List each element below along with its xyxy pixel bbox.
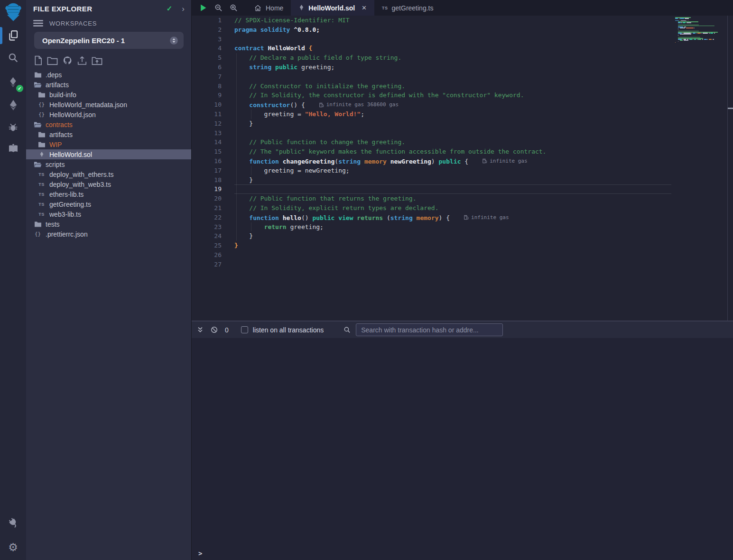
line-number[interactable]: 16	[192, 156, 234, 166]
line-number[interactable]: 25	[192, 241, 234, 250]
line-number[interactable]: 6	[192, 63, 234, 72]
code-line-1[interactable]: 1// SPDX-License-Identifier: MIT	[192, 16, 671, 25]
chevron-right-icon[interactable]: ›	[182, 5, 185, 13]
code-line-13[interactable]: 13	[192, 129, 671, 138]
line-number[interactable]: 7	[192, 72, 234, 82]
tree-item-contracts[interactable]: contracts	[26, 119, 191, 129]
line-number[interactable]: 3	[192, 35, 234, 44]
tree-item-wip[interactable]: WIP	[26, 139, 191, 149]
tab-home[interactable]: Home	[246, 0, 291, 16]
minimap[interactable]	[673, 16, 728, 321]
tree-item--prettierrc-json[interactable]: {}.prettierrc.json	[26, 229, 191, 239]
code-line-17[interactable]: 17 greeting = newGreeting;	[192, 166, 671, 175]
tree-item-getgreeting-ts[interactable]: TSgetGreeting.ts	[26, 199, 191, 209]
tree-item-artifacts[interactable]: artifacts	[26, 80, 191, 90]
listen-transactions-checkbox[interactable]	[241, 326, 248, 333]
line-number[interactable]: 11	[192, 110, 234, 119]
code-line-27[interactable]: 27	[192, 260, 671, 269]
code-line-15[interactable]: 15 // The "public" keyword makes the fun…	[192, 147, 671, 156]
tree-item--deps[interactable]: .deps	[26, 70, 191, 80]
scrollbar[interactable]	[727, 16, 733, 321]
code-line-12[interactable]: 12 }	[192, 119, 671, 129]
code-line-11[interactable]: 11 greeting = "Hello, World!";	[192, 110, 671, 119]
zoom-in-icon[interactable]	[230, 4, 238, 12]
tree-item-scripts[interactable]: scripts	[26, 159, 191, 169]
tree-item-web3-lib-ts[interactable]: TSweb3-lib.ts	[26, 209, 191, 219]
tree-item-helloworld-json[interactable]: {}HelloWorld.json	[26, 110, 191, 119]
code-line-22[interactable]: 22 function hello() public view returns …	[192, 213, 671, 222]
terminal-body[interactable]: >	[192, 338, 733, 560]
new-folder-icon[interactable]	[47, 56, 58, 65]
zoom-out-icon[interactable]	[214, 4, 223, 12]
line-number[interactable]: 20	[192, 194, 234, 203]
code-line-14[interactable]: 14 // Public function to change the gree…	[192, 138, 671, 147]
line-number[interactable]: 23	[192, 222, 234, 232]
tab-helloworld-sol[interactable]: HelloWorld.sol ✕	[291, 0, 374, 16]
plugin-manager-plug-icon[interactable]	[0, 512, 26, 533]
tree-item-helloworld-sol[interactable]: HelloWorld.sol	[26, 149, 191, 159]
line-number[interactable]: 15	[192, 147, 234, 156]
workspace-select[interactable]: OpenZeppelin ERC20 - 1	[34, 32, 184, 49]
tab-getgreeting-ts[interactable]: TS getGreeting.ts	[374, 0, 441, 16]
tree-item-tests[interactable]: tests	[26, 219, 191, 229]
line-number[interactable]: 22	[192, 213, 234, 222]
code-line-26[interactable]: 26	[192, 250, 671, 260]
code-line-5[interactable]: 5 // Declare a public field of type stri…	[192, 53, 671, 63]
file-explorer-icon[interactable]	[0, 25, 26, 46]
code-line-21[interactable]: 21 // In Solidity, explicit return types…	[192, 203, 671, 213]
line-number[interactable]: 2	[192, 25, 234, 35]
tree-item-artifacts[interactable]: artifacts	[26, 129, 191, 139]
line-number[interactable]: 19	[192, 184, 234, 194]
line-number[interactable]: 5	[192, 53, 234, 63]
tree-item-helloworld-metadata-json[interactable]: {}HelloWorld_metadata.json	[26, 100, 191, 110]
code-line-18[interactable]: 18 }	[192, 175, 671, 185]
code-line-3[interactable]: 3	[192, 35, 671, 44]
line-number[interactable]: 27	[192, 260, 234, 269]
new-file-icon[interactable]	[34, 55, 43, 65]
line-number[interactable]: 26	[192, 250, 234, 260]
load-folder-icon[interactable]	[92, 56, 102, 65]
code-line-7[interactable]: 7	[192, 72, 671, 82]
learneth-book-icon[interactable]	[0, 138, 26, 159]
tree-item-deploy-with-web3-ts[interactable]: TSdeploy_with_web3.ts	[26, 179, 191, 189]
code-line-24[interactable]: 24 }	[192, 231, 671, 241]
line-number[interactable]: 4	[192, 44, 234, 53]
code-line-20[interactable]: 20 // Public function that returns the g…	[192, 194, 671, 203]
line-number[interactable]: 10	[192, 100, 234, 110]
hamburger-menu-icon[interactable]	[33, 19, 43, 27]
code-line-2[interactable]: 2pragma solidity ^0.8.0;	[192, 25, 671, 35]
code-line-19[interactable]: 19	[192, 184, 671, 194]
upload-icon[interactable]	[77, 55, 87, 65]
line-number[interactable]: 14	[192, 138, 234, 147]
clear-console-icon[interactable]	[210, 326, 218, 334]
line-number[interactable]: 21	[192, 203, 234, 213]
code-line-10[interactable]: 10 constructor() {infinite gas 368600 ga…	[192, 100, 671, 110]
code-line-8[interactable]: 8 // Constructor to initialize the greet…	[192, 82, 671, 91]
search-icon[interactable]	[0, 46, 26, 68]
debugger-icon[interactable]	[0, 116, 26, 138]
tree-item-deploy-with-ethers-ts[interactable]: TSdeploy_with_ethers.ts	[26, 169, 191, 179]
tree-item-build-info[interactable]: build-info	[26, 90, 191, 100]
line-number[interactable]: 18	[192, 175, 234, 185]
github-icon[interactable]	[62, 55, 73, 65]
remix-logo-icon[interactable]	[1, 0, 25, 25]
code-line-23[interactable]: 23 return greeting;	[192, 222, 671, 232]
collapse-terminal-icon[interactable]	[196, 326, 204, 334]
line-number[interactable]: 12	[192, 119, 234, 129]
check-icon[interactable]: ✓	[167, 4, 173, 13]
code-editor[interactable]: 1// SPDX-License-Identifier: MIT2pragma …	[192, 16, 733, 321]
code-line-6[interactable]: 6 string public greeting;	[192, 63, 671, 72]
code-line-25[interactable]: 25}	[192, 241, 671, 250]
line-number[interactable]: 8	[192, 82, 234, 91]
solidity-compiler-icon[interactable]: ✓	[0, 72, 26, 94]
line-number[interactable]: 13	[192, 129, 234, 138]
code-area[interactable]: 1// SPDX-License-Identifier: MIT2pragma …	[192, 16, 671, 321]
line-number[interactable]: 24	[192, 231, 234, 241]
settings-gear-icon[interactable]: ⚙	[0, 536, 26, 558]
tree-item-ethers-lib-ts[interactable]: TSethers-lib.ts	[26, 189, 191, 199]
terminal-search-input[interactable]	[356, 323, 503, 336]
deploy-run-icon[interactable]	[0, 94, 26, 116]
line-number[interactable]: 1	[192, 16, 234, 25]
close-tab-icon[interactable]: ✕	[362, 4, 367, 11]
code-line-16[interactable]: 16 function changeGreeting(string memory…	[192, 156, 671, 166]
